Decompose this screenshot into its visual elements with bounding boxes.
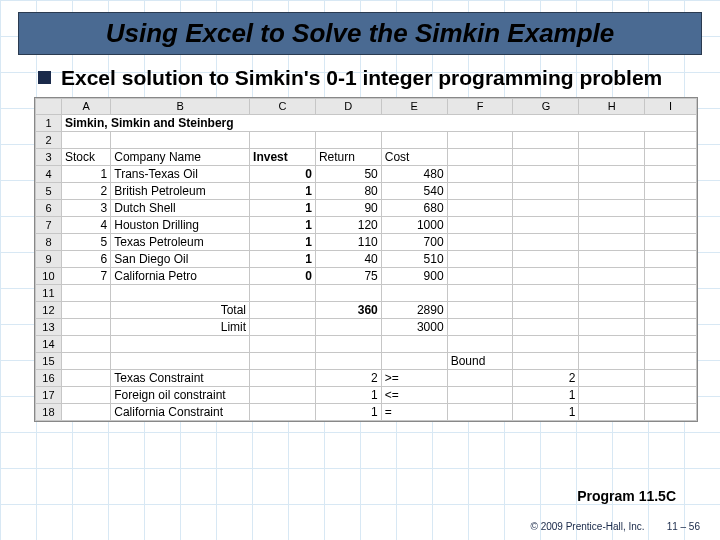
- cell: 80: [315, 182, 381, 199]
- cell: [315, 318, 381, 335]
- page-number: 11 – 56: [667, 521, 700, 532]
- cell: Dutch Shell: [111, 199, 250, 216]
- row-header: 5: [36, 182, 62, 199]
- col-header-A: A: [61, 98, 110, 114]
- cell: [579, 301, 645, 318]
- cell: 360: [315, 301, 381, 318]
- cell: Return: [315, 148, 381, 165]
- cell: Invest: [250, 148, 316, 165]
- slide-title: Using Excel to Solve the Simkin Example: [29, 19, 691, 48]
- cell: [513, 165, 579, 182]
- row-header: 4: [36, 165, 62, 182]
- row-header: 7: [36, 216, 62, 233]
- cell: [645, 233, 697, 250]
- cell: [645, 352, 697, 369]
- cell: 1000: [381, 216, 447, 233]
- table-row: 74Houston Drilling11201000: [36, 216, 697, 233]
- table-row: 85Texas Petroleum1110700: [36, 233, 697, 250]
- cell: [61, 131, 110, 148]
- cell: 2890: [381, 301, 447, 318]
- cell: [579, 318, 645, 335]
- col-header-D: D: [315, 98, 381, 114]
- cell: [447, 182, 513, 199]
- cell: [645, 182, 697, 199]
- cell: [579, 216, 645, 233]
- cell: Foreign oil constraint: [111, 386, 250, 403]
- table-row: 13Limit3000: [36, 318, 697, 335]
- bullet-item: Excel solution to Simkin's 0-1 integer p…: [38, 65, 692, 91]
- cell: San Diego Oil: [111, 250, 250, 267]
- cell: [645, 267, 697, 284]
- cell: 680: [381, 199, 447, 216]
- col-header-I: I: [645, 98, 697, 114]
- cell: 1: [513, 386, 579, 403]
- cell: [513, 335, 579, 352]
- cell: [579, 267, 645, 284]
- cell: [447, 369, 513, 386]
- cell: 1: [315, 386, 381, 403]
- table-row: 2: [36, 131, 697, 148]
- cell: 1: [250, 199, 316, 216]
- cell: [513, 131, 579, 148]
- figure-caption: Program 11.5C: [577, 488, 676, 504]
- cell: [579, 233, 645, 250]
- row-header: 11: [36, 284, 62, 301]
- cell: 1: [513, 403, 579, 420]
- col-header-E: E: [381, 98, 447, 114]
- cell: 3: [61, 199, 110, 216]
- spreadsheet-grid: ABCDEFGHI 1Simkin, Simkin and Steinberg2…: [35, 98, 697, 421]
- cell: [61, 318, 110, 335]
- cell: [447, 403, 513, 420]
- cell: Trans-Texas Oil: [111, 165, 250, 182]
- cell: [111, 335, 250, 352]
- cell: 510: [381, 250, 447, 267]
- cell: [579, 182, 645, 199]
- cell: [513, 216, 579, 233]
- row-header: 3: [36, 148, 62, 165]
- table-row: 16Texas Constraint2>=2: [36, 369, 697, 386]
- cell: >=: [381, 369, 447, 386]
- cell: 110: [315, 233, 381, 250]
- cell: [315, 352, 381, 369]
- table-row: 11: [36, 284, 697, 301]
- cell: [579, 165, 645, 182]
- cell: [513, 267, 579, 284]
- title-bar: Using Excel to Solve the Simkin Example: [18, 12, 702, 55]
- cell: 5: [61, 233, 110, 250]
- cell: 40: [315, 250, 381, 267]
- cell: [579, 250, 645, 267]
- cell: Texas Constraint: [111, 369, 250, 386]
- cell: [579, 386, 645, 403]
- cell: Stock: [61, 148, 110, 165]
- cell: 900: [381, 267, 447, 284]
- cell: [111, 352, 250, 369]
- row-header: 18: [36, 403, 62, 420]
- cell: <=: [381, 386, 447, 403]
- cell: 120: [315, 216, 381, 233]
- cell: [513, 352, 579, 369]
- cell: [513, 182, 579, 199]
- cell: [513, 148, 579, 165]
- cell: [645, 301, 697, 318]
- cell: [447, 233, 513, 250]
- square-bullet-icon: [38, 71, 51, 84]
- cell: [579, 403, 645, 420]
- cell: [250, 352, 316, 369]
- col-header-F: F: [447, 98, 513, 114]
- cell: [579, 131, 645, 148]
- cell: [447, 216, 513, 233]
- cell: Texas Petroleum: [111, 233, 250, 250]
- cell: [250, 131, 316, 148]
- cell: [61, 301, 110, 318]
- cell: 75: [315, 267, 381, 284]
- cell: California Petro: [111, 267, 250, 284]
- cell: [645, 250, 697, 267]
- cell: [315, 131, 381, 148]
- column-headers-row: ABCDEFGHI: [36, 98, 697, 114]
- footer: © 2009 Prentice-Hall, Inc. 11 – 56: [0, 521, 720, 532]
- cell: [645, 318, 697, 335]
- bullet-area: Excel solution to Simkin's 0-1 integer p…: [38, 65, 692, 91]
- cell: [645, 148, 697, 165]
- cell: [579, 284, 645, 301]
- cell: 50: [315, 165, 381, 182]
